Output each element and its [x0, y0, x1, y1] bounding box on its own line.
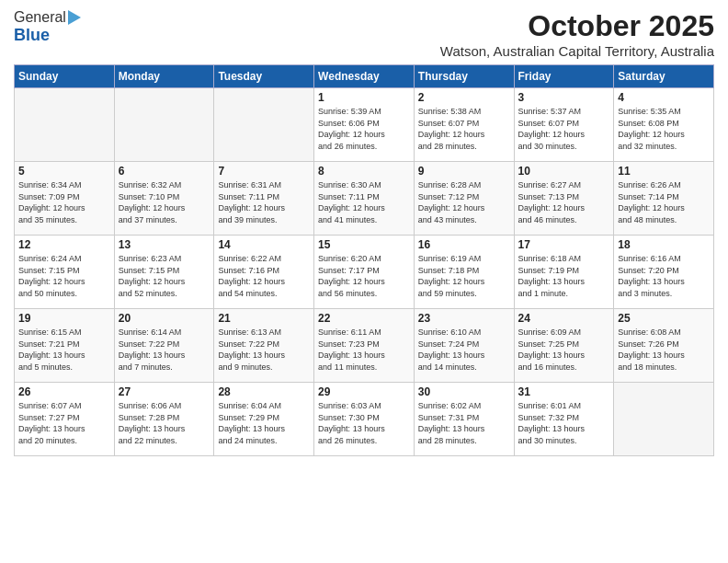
calendar-cell: 23Sunrise: 6:10 AM Sunset: 7:24 PM Dayli… [414, 309, 514, 383]
day-info: Sunrise: 5:38 AM Sunset: 6:07 PM Dayligh… [418, 106, 510, 152]
day-number: 20 [119, 312, 210, 325]
calendar-cell: 15Sunrise: 6:20 AM Sunset: 7:17 PM Dayli… [314, 236, 415, 309]
weekday-header-tuesday: Tuesday [214, 65, 314, 88]
calendar-cell: 10Sunrise: 6:27 AM Sunset: 7:13 PM Dayli… [514, 162, 614, 236]
calendar-cell: 4Sunrise: 5:35 AM Sunset: 6:08 PM Daylig… [614, 88, 714, 162]
day-info: Sunrise: 5:37 AM Sunset: 6:07 PM Dayligh… [518, 106, 610, 152]
weekday-header-wednesday: Wednesday [314, 65, 415, 88]
title-block: October 2025 Watson, Australian Capital … [440, 9, 714, 59]
day-number: 29 [318, 385, 410, 398]
day-info: Sunrise: 6:15 AM Sunset: 7:21 PM Dayligh… [18, 327, 110, 373]
calendar-table: SundayMondayTuesdayWednesdayThursdayFrid… [14, 64, 714, 456]
calendar-cell: 17Sunrise: 6:18 AM Sunset: 7:19 PM Dayli… [514, 236, 614, 309]
day-number: 28 [218, 385, 310, 398]
calendar-cell: 21Sunrise: 6:13 AM Sunset: 7:22 PM Dayli… [214, 309, 314, 383]
month-title: October 2025 [440, 9, 714, 43]
day-info: Sunrise: 6:08 AM Sunset: 7:26 PM Dayligh… [618, 327, 710, 373]
day-info: Sunrise: 6:27 AM Sunset: 7:13 PM Dayligh… [518, 179, 610, 225]
day-info: Sunrise: 6:04 AM Sunset: 7:29 PM Dayligh… [218, 400, 310, 446]
calendar-cell: 9Sunrise: 6:28 AM Sunset: 7:12 PM Daylig… [414, 162, 514, 236]
logo-arrow-icon [68, 10, 81, 25]
day-info: Sunrise: 6:22 AM Sunset: 7:16 PM Dayligh… [218, 253, 310, 299]
calendar-cell: 2Sunrise: 5:38 AM Sunset: 6:07 PM Daylig… [414, 88, 514, 162]
weekday-header-friday: Friday [514, 65, 614, 88]
day-number: 10 [518, 165, 610, 178]
day-info: Sunrise: 6:03 AM Sunset: 7:30 PM Dayligh… [318, 400, 410, 446]
calendar-week-row: 1Sunrise: 5:39 AM Sunset: 6:06 PM Daylig… [15, 88, 714, 162]
day-number: 27 [119, 385, 210, 398]
day-number: 19 [18, 312, 110, 325]
calendar-cell [15, 88, 115, 162]
calendar-cell: 31Sunrise: 6:01 AM Sunset: 7:32 PM Dayli… [514, 383, 614, 456]
day-info: Sunrise: 6:07 AM Sunset: 7:27 PM Dayligh… [18, 400, 110, 446]
day-number: 15 [318, 238, 410, 251]
day-number: 16 [418, 238, 510, 251]
calendar-cell: 8Sunrise: 6:30 AM Sunset: 7:11 PM Daylig… [314, 162, 415, 236]
calendar-cell: 1Sunrise: 5:39 AM Sunset: 6:06 PM Daylig… [314, 88, 415, 162]
logo-blue-text: Blue [14, 26, 50, 45]
logo-general-text: General [14, 9, 66, 26]
calendar-cell: 26Sunrise: 6:07 AM Sunset: 7:27 PM Dayli… [15, 383, 115, 456]
weekday-header-sunday: Sunday [15, 65, 115, 88]
day-number: 25 [618, 312, 710, 325]
day-info: Sunrise: 6:20 AM Sunset: 7:17 PM Dayligh… [318, 253, 410, 299]
day-number: 23 [418, 312, 510, 325]
day-info: Sunrise: 6:26 AM Sunset: 7:14 PM Dayligh… [618, 179, 710, 225]
day-info: Sunrise: 6:18 AM Sunset: 7:19 PM Dayligh… [518, 253, 610, 299]
calendar-week-row: 19Sunrise: 6:15 AM Sunset: 7:21 PM Dayli… [15, 309, 714, 383]
calendar-cell: 3Sunrise: 5:37 AM Sunset: 6:07 PM Daylig… [514, 88, 614, 162]
day-number: 13 [119, 238, 210, 251]
day-number: 1 [318, 91, 410, 104]
day-number: 5 [18, 165, 110, 178]
day-number: 31 [518, 385, 610, 398]
day-info: Sunrise: 6:06 AM Sunset: 7:28 PM Dayligh… [119, 400, 210, 446]
weekday-header-row: SundayMondayTuesdayWednesdayThursdayFrid… [15, 65, 714, 88]
page-header: General Blue October 2025 Watson, Austra… [14, 9, 714, 59]
day-number: 11 [618, 165, 710, 178]
day-info: Sunrise: 5:39 AM Sunset: 6:06 PM Dayligh… [318, 106, 410, 152]
day-number: 24 [518, 312, 610, 325]
day-number: 30 [418, 385, 510, 398]
day-number: 2 [418, 91, 510, 104]
day-number: 14 [218, 238, 310, 251]
day-info: Sunrise: 6:16 AM Sunset: 7:20 PM Dayligh… [618, 253, 710, 299]
calendar-cell: 12Sunrise: 6:24 AM Sunset: 7:15 PM Dayli… [15, 236, 115, 309]
day-info: Sunrise: 6:01 AM Sunset: 7:32 PM Dayligh… [518, 400, 610, 446]
calendar-week-row: 5Sunrise: 6:34 AM Sunset: 7:09 PM Daylig… [15, 162, 714, 236]
day-info: Sunrise: 6:28 AM Sunset: 7:12 PM Dayligh… [418, 179, 510, 225]
day-number: 4 [618, 91, 710, 104]
day-info: Sunrise: 6:14 AM Sunset: 7:22 PM Dayligh… [119, 327, 210, 373]
weekday-header-saturday: Saturday [614, 65, 714, 88]
day-number: 17 [518, 238, 610, 251]
calendar-cell: 29Sunrise: 6:03 AM Sunset: 7:30 PM Dayli… [314, 383, 415, 456]
day-number: 9 [418, 165, 510, 178]
day-info: Sunrise: 6:10 AM Sunset: 7:24 PM Dayligh… [418, 327, 510, 373]
calendar-cell: 25Sunrise: 6:08 AM Sunset: 7:26 PM Dayli… [614, 309, 714, 383]
calendar-cell: 18Sunrise: 6:16 AM Sunset: 7:20 PM Dayli… [614, 236, 714, 309]
day-number: 8 [318, 165, 410, 178]
day-info: Sunrise: 6:31 AM Sunset: 7:11 PM Dayligh… [218, 179, 310, 225]
day-info: Sunrise: 6:24 AM Sunset: 7:15 PM Dayligh… [18, 253, 110, 299]
calendar-week-row: 26Sunrise: 6:07 AM Sunset: 7:27 PM Dayli… [15, 383, 714, 456]
calendar-cell: 11Sunrise: 6:26 AM Sunset: 7:14 PM Dayli… [614, 162, 714, 236]
calendar-cell: 22Sunrise: 6:11 AM Sunset: 7:23 PM Dayli… [314, 309, 415, 383]
calendar-cell: 14Sunrise: 6:22 AM Sunset: 7:16 PM Dayli… [214, 236, 314, 309]
day-info: Sunrise: 6:19 AM Sunset: 7:18 PM Dayligh… [418, 253, 510, 299]
calendar-cell: 30Sunrise: 6:02 AM Sunset: 7:31 PM Dayli… [414, 383, 514, 456]
day-info: Sunrise: 6:13 AM Sunset: 7:22 PM Dayligh… [218, 327, 310, 373]
day-info: Sunrise: 6:02 AM Sunset: 7:31 PM Dayligh… [418, 400, 510, 446]
day-info: Sunrise: 6:32 AM Sunset: 7:10 PM Dayligh… [119, 179, 210, 225]
day-number: 18 [618, 238, 710, 251]
day-number: 22 [318, 312, 410, 325]
location-title: Watson, Australian Capital Territory, Au… [440, 43, 714, 59]
day-number: 26 [18, 385, 110, 398]
calendar-cell: 28Sunrise: 6:04 AM Sunset: 7:29 PM Dayli… [214, 383, 314, 456]
day-info: Sunrise: 6:11 AM Sunset: 7:23 PM Dayligh… [318, 327, 410, 373]
weekday-header-thursday: Thursday [414, 65, 514, 88]
calendar-cell: 24Sunrise: 6:09 AM Sunset: 7:25 PM Dayli… [514, 309, 614, 383]
day-number: 6 [119, 165, 210, 178]
calendar-cell: 7Sunrise: 6:31 AM Sunset: 7:11 PM Daylig… [214, 162, 314, 236]
calendar-cell: 27Sunrise: 6:06 AM Sunset: 7:28 PM Dayli… [114, 383, 214, 456]
day-info: Sunrise: 5:35 AM Sunset: 6:08 PM Dayligh… [618, 106, 710, 152]
calendar-cell [114, 88, 214, 162]
